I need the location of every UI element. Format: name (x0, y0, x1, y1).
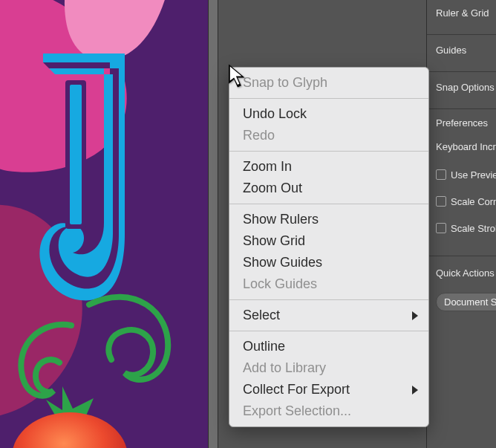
panel-divider (427, 256, 496, 256)
panel-label: Use Preview Bounds (451, 169, 496, 181)
panel-divider (427, 108, 496, 109)
properties-panel: Ruler & Grid Guides Snap Options Prefere… (426, 0, 496, 448)
checkbox-icon[interactable] (436, 169, 446, 180)
panel-divider (427, 34, 496, 35)
document-setup-button[interactable]: Document Setup (436, 293, 496, 311)
svg-rect-2 (70, 85, 82, 224)
menu-item-show-grid[interactable]: Show Grid (229, 230, 428, 252)
menu-item-undo-lock[interactable]: Undo Lock (229, 103, 428, 125)
menu-item-snap-to-glyph: Snap to Glyph (229, 72, 428, 94)
menu-item-collect-for-export[interactable]: Collect For Export (229, 379, 428, 400)
submenu-arrow-icon (412, 386, 418, 395)
panel-label: Scale Corners (451, 196, 496, 207)
menu-item-zoom-in[interactable]: Zoom In (229, 156, 428, 178)
menu-item-redo: Redo (229, 125, 428, 146)
menu-separator (229, 299, 428, 300)
context-menu[interactable]: Snap to GlyphUndo LockRedoZoom InZoom Ou… (229, 67, 429, 427)
menu-item-select[interactable]: Select (229, 305, 428, 326)
panel-section-snap[interactable]: Snap Options (436, 82, 496, 93)
menu-item-lock-guides: Lock Guides (229, 273, 428, 295)
cursor-pointer-icon (226, 62, 249, 89)
menu-item-show-rulers[interactable]: Show Rulers (229, 209, 428, 230)
menu-separator (229, 204, 428, 204)
artwork-illustration (0, 0, 208, 448)
panel-button-row: Document Setup (436, 293, 496, 311)
checkbox-icon[interactable] (436, 196, 446, 207)
panel-section-ruler[interactable]: Ruler & Grid (436, 7, 496, 19)
panel-section-quick: Quick Actions (436, 267, 496, 279)
menu-separator (229, 151, 428, 152)
menu-separator (229, 331, 428, 331)
menu-item-add-to-library: Add to Library (229, 357, 428, 379)
checkbox-icon[interactable] (436, 223, 446, 233)
panel-row-scalestrokes[interactable]: Scale Strokes & Effects (436, 223, 496, 234)
menu-item-outline[interactable]: Outline (229, 336, 428, 357)
menu-item-export-selection: Export Selection... (229, 400, 428, 422)
panel-label: Scale Strokes & Effects (451, 223, 496, 234)
panel-row-scalecorners[interactable]: Scale Corners (436, 196, 496, 207)
panel-row-usepreview[interactable]: Use Preview Bounds (436, 169, 496, 181)
menu-item-zoom-out[interactable]: Zoom Out (229, 178, 428, 199)
panel-section-keyboard[interactable]: Keyboard Increments (436, 141, 496, 152)
canvas-edge (208, 0, 218, 448)
menu-separator (229, 98, 428, 99)
canvas-area[interactable] (0, 0, 208, 448)
panel-section-prefs[interactable]: Preferences (436, 117, 496, 129)
submenu-arrow-icon (412, 311, 418, 320)
menu-item-show-guides[interactable]: Show Guides (229, 252, 428, 273)
panel-section-guides[interactable]: Guides (436, 45, 496, 56)
panel-divider (427, 71, 496, 72)
